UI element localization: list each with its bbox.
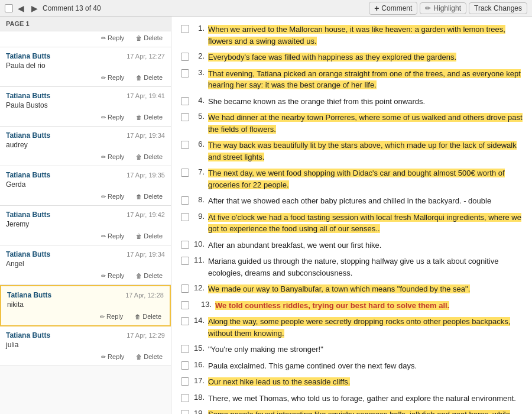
reply-button[interactable]: Reply [99, 192, 126, 200]
row-number: 16. [193, 360, 205, 369]
comment-author: Tatiana Butts [7, 291, 51, 299]
comment-card: Tatiana Butts 17 Apr, 19:34 audrey Reply… [0, 127, 171, 166]
row-checkbox[interactable] [181, 361, 189, 370]
row-text: We made our way to Banyalbufar, a town w… [208, 283, 523, 295]
row-checkbox[interactable] [181, 301, 189, 309]
reply-button[interactable]: Reply [99, 232, 126, 240]
add-comment-button[interactable]: + Comment [369, 2, 417, 15]
delete-button[interactable]: Delete [132, 312, 164, 321]
comment-actions: Reply Delete [7, 312, 164, 321]
list-item: 17.Our next hike lead us to the seaside … [181, 376, 523, 388]
pencil-icon [101, 232, 106, 240]
row-checkbox[interactable] [181, 97, 189, 105]
delete-button[interactable]: Delete [134, 192, 165, 200]
content-row: 18.There, we met Thomas, who told us to … [181, 393, 523, 405]
comment-text: Paula del rio [6, 62, 165, 70]
list-item: 11.Mariana guided us through the nature,… [181, 255, 523, 279]
comment-card-partial: Reply Delete [0, 31, 171, 47]
row-text: There, we met Thomas, who told us to for… [208, 393, 523, 405]
toolbar-checkbox[interactable] [5, 4, 13, 12]
row-checkbox[interactable] [181, 213, 189, 221]
list-item: 8.After that we showed each other baby p… [181, 195, 523, 207]
content-row: 3.That evening, Tatiana picked an orange… [181, 68, 523, 91]
trash-icon [136, 114, 142, 121]
reply-button[interactable]: Reply [99, 153, 126, 161]
row-checkbox[interactable] [181, 317, 189, 325]
comment-actions: Reply Delete [6, 113, 165, 121]
reply-button[interactable]: Reply [99, 113, 126, 121]
row-checkbox[interactable] [181, 141, 189, 149]
row-checkbox[interactable] [181, 196, 189, 205]
list-item: 5.We had dinner at the nearby town Porre… [181, 112, 523, 135]
row-text: We had dinner at the nearby town Porrere… [208, 112, 523, 135]
delete-button[interactable]: Delete [134, 232, 165, 240]
row-checkbox[interactable] [181, 410, 189, 414]
track-changes-button[interactable]: Track Changes [469, 2, 527, 14]
row-number: 9. [193, 212, 205, 221]
delete-button[interactable]: Delete [134, 153, 165, 161]
delete-button[interactable]: Delete [134, 271, 165, 280]
pencil-icon [101, 153, 106, 160]
content-row: 2.Everybody's face was filled with happi… [181, 51, 523, 63]
row-checkbox[interactable] [181, 53, 189, 61]
comment-text: nikita [7, 300, 164, 309]
list-item: 16.Paula exclaimed. This game contined o… [181, 360, 523, 372]
comment-date: 17 Apr, 19:41 [126, 92, 165, 99]
partial-reply-button[interactable]: Reply [99, 34, 126, 42]
reply-button[interactable]: Reply [99, 352, 126, 361]
row-checkbox[interactable] [181, 377, 189, 386]
comment-date: 17 Apr, 19:42 [126, 211, 165, 218]
partial-delete-button[interactable]: Delete [134, 34, 165, 42]
row-checkbox[interactable] [181, 394, 189, 402]
row-checkbox[interactable] [181, 345, 189, 353]
comment-author: Tatiana Butts [6, 52, 50, 60]
row-checkbox[interactable] [181, 25, 189, 33]
delete-button[interactable]: Delete [134, 113, 165, 121]
reply-button[interactable]: Reply [99, 271, 126, 280]
comment-text: audrey [6, 141, 165, 149]
list-item: 13.We told countless riddles, trying our… [181, 300, 523, 312]
row-checkbox[interactable] [181, 69, 189, 77]
content-row: 10.After an abundant breakfast, we went … [181, 240, 523, 251]
row-number: 8. [193, 195, 205, 204]
comment-header: Tatiana Butts 17 Apr, 19:34 [6, 131, 165, 140]
row-text: After that we showed each other baby pic… [208, 195, 523, 207]
row-checkbox[interactable] [181, 284, 189, 293]
row-text: The way back was beautifully lit by the … [208, 140, 523, 163]
comment-author: Tatiana Butts [6, 250, 50, 258]
delete-button[interactable]: Delete [134, 352, 165, 361]
row-text: After an abundant breakfast, we went our… [208, 240, 523, 251]
comment-text: Angel [6, 260, 165, 268]
row-number: 2. [193, 51, 205, 60]
row-number: 18. [193, 393, 205, 402]
row-checkbox[interactable] [181, 241, 189, 249]
row-text: We told countless riddles, trying our be… [215, 300, 523, 312]
content-row: 5.We had dinner at the nearby town Porre… [181, 112, 523, 135]
row-checkbox[interactable] [181, 257, 189, 265]
comment-header: Tatiana Butts 17 Apr, 12:27 [6, 52, 165, 60]
content-row: 9.At five o'clock we had a food tasting … [181, 212, 523, 235]
delete-button[interactable]: Delete [134, 73, 165, 82]
row-text: The next day, we went food shopping with… [208, 167, 523, 190]
row-checkbox[interactable] [181, 169, 189, 177]
highlight-button[interactable]: ✏ Highlight [420, 2, 466, 14]
trash-icon [136, 353, 142, 360]
reply-button[interactable]: Reply [99, 73, 126, 82]
comment-text: Jeremy [6, 220, 165, 228]
pencil-icon [101, 74, 106, 81]
document-content: 1.When we arrived to the Mallorcan house… [171, 17, 532, 414]
content-list: 1.When we arrived to the Mallorcan house… [181, 24, 523, 414]
pencil-icon [101, 193, 106, 200]
prev-comment-button[interactable]: ◀ [15, 4, 27, 12]
comment-list: Tatiana Butts 17 Apr, 12:27 Paula del ri… [0, 47, 171, 366]
row-number: 6. [193, 140, 205, 148]
toolbar: ◀ ▶ Comment 13 of 40 + Comment ✏ Highlig… [0, 0, 532, 17]
row-number: 5. [193, 112, 205, 121]
content-row: 7.The next day, we went food shopping wi… [181, 167, 523, 190]
row-checkbox[interactable] [181, 113, 189, 121]
content-row: 8.After that we showed each other baby p… [181, 195, 523, 207]
comment-card: Tatiana Butts 17 Apr, 19:35 Gerda Reply … [0, 166, 171, 206]
reply-button[interactable]: Reply [98, 312, 125, 321]
next-comment-button[interactable]: ▶ [29, 4, 40, 12]
trash-icon [136, 193, 142, 200]
